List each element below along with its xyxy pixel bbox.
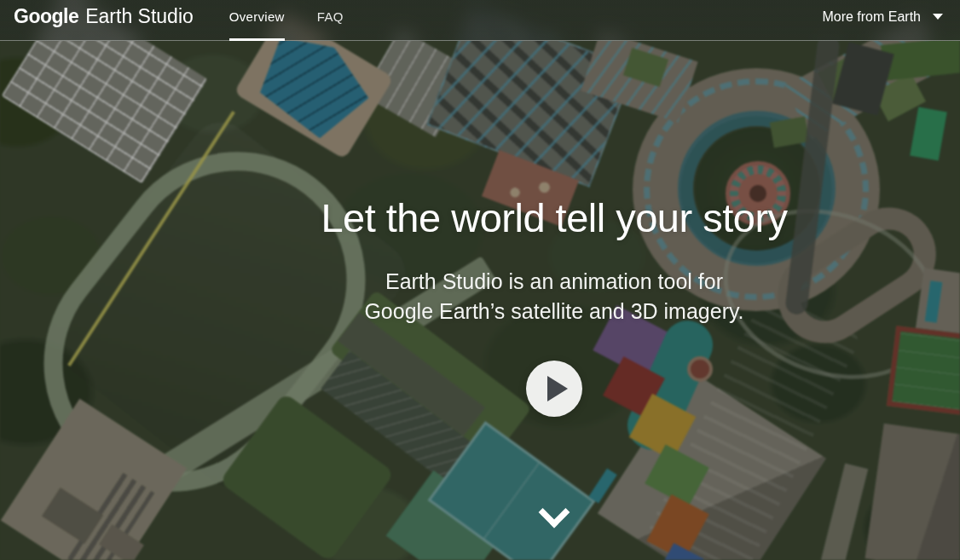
nav-tab-faq[interactable]: FAQ <box>317 0 344 41</box>
dropdown-arrow-icon <box>933 14 943 20</box>
earth-studio-logo[interactable]: Google Earth Studio <box>14 5 194 35</box>
top-nav-bar: Google Earth Studio Overview FAQ More fr… <box>0 0 960 41</box>
logo-product-name: Earth Studio <box>85 5 194 28</box>
logo-google-wordmark: Google <box>14 5 78 28</box>
play-icon <box>547 376 568 401</box>
hero-title: Let the world tell your story <box>230 196 878 241</box>
primary-nav: Overview FAQ <box>229 0 344 41</box>
scroll-down-button[interactable] <box>535 508 573 537</box>
nav-tab-overview[interactable]: Overview <box>229 0 285 41</box>
hero-copy: Let the world tell your story Earth Stud… <box>230 196 878 326</box>
play-video-button[interactable] <box>526 361 582 417</box>
earth-studio-landing-page: Google Earth Studio Overview FAQ More fr… <box>0 0 960 560</box>
hero-subtitle: Earth Studio is an animation tool for Go… <box>230 267 878 326</box>
more-from-earth-menu[interactable]: More from Earth <box>822 9 943 32</box>
more-from-earth-label: More from Earth <box>822 9 921 25</box>
